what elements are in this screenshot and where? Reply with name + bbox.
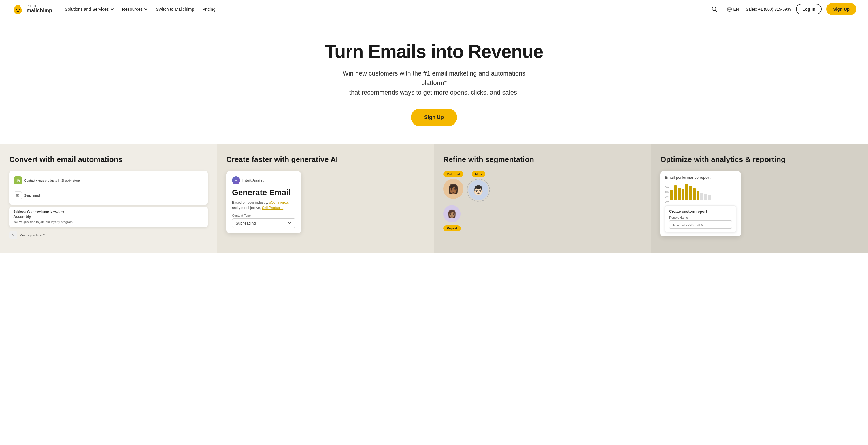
chart-bar bbox=[704, 194, 707, 200]
automation-flow-card: 🛍 Contact views products in Shopify stor… bbox=[9, 171, 208, 205]
feature-automations-title: Convert with email automations bbox=[9, 155, 208, 164]
logo-icon bbox=[11, 3, 24, 16]
content-type-select[interactable]: Subheading bbox=[232, 218, 296, 228]
seg-dashed-border: 👨🏻 bbox=[467, 179, 490, 202]
ai-card: ✦ Intuit Assist Generate Email Based on … bbox=[226, 171, 301, 233]
flow-node-email: ✉ Send email bbox=[14, 190, 203, 201]
nav-solutions[interactable]: Solutions and Services bbox=[61, 4, 118, 14]
feature-seg-title: Refine with segmentation bbox=[443, 155, 642, 164]
shopify-icon: 🛍 bbox=[14, 176, 22, 184]
analytics-card: Email performance report 50k 40k 30k 20k… bbox=[660, 171, 741, 236]
chart-bar bbox=[696, 191, 700, 200]
feature-ai-title: Create faster with generative AI bbox=[226, 155, 425, 164]
seg-repeat: 👩🏽 Repeat bbox=[443, 205, 642, 231]
nav-links: Solutions and Services Resources Switch … bbox=[61, 4, 709, 14]
chart-bar bbox=[700, 192, 703, 200]
feature-analytics: Optimize with analytics & reporting Emai… bbox=[651, 144, 868, 253]
chart-bar bbox=[693, 188, 696, 200]
chart-bar bbox=[685, 184, 688, 200]
feature-automations: Convert with email automations 🛍 Contact… bbox=[0, 144, 217, 253]
chart-bar bbox=[670, 190, 673, 200]
chart-area bbox=[670, 182, 711, 200]
hero-subtitle: Win new customers with the #1 email mark… bbox=[336, 68, 532, 97]
makes-purchase-node: ? Makes purchase? bbox=[9, 230, 208, 241]
ai-generate-title: Generate Email bbox=[232, 188, 296, 197]
ai-badge-label: Intuit Assist bbox=[242, 178, 264, 182]
language-button[interactable]: EN bbox=[724, 4, 741, 14]
email-heading: Assembly bbox=[13, 214, 204, 219]
custom-report-card: Create custom report Report Name bbox=[665, 206, 736, 232]
nav-resources[interactable]: Resources bbox=[119, 4, 152, 14]
ai-preview: ✦ Intuit Assist Generate Email Based on … bbox=[226, 171, 425, 233]
email-body: You've qualified to join our loyalty pro… bbox=[13, 220, 204, 224]
navbar: INTUIT mailchimp Solutions and Services … bbox=[0, 0, 868, 19]
analytics-report-title: Email performance report bbox=[665, 175, 736, 180]
chart-bar bbox=[708, 195, 711, 200]
content-type-label: Content Type bbox=[232, 214, 296, 217]
email-subject: Subject: Your new lamp is waiting bbox=[13, 210, 204, 213]
nav-switch[interactable]: Switch to Mailchimp bbox=[152, 4, 198, 14]
seg-preview: Potential 👩🏾 New 👨🏻 👩🏽 Repeat bbox=[443, 171, 642, 231]
signup-hero-button[interactable]: Sign Up bbox=[411, 109, 457, 126]
analytics-preview: Email performance report 50k 40k 30k 20k… bbox=[660, 171, 859, 236]
email-preview: Subject: Your new lamp is waiting Assemb… bbox=[9, 207, 208, 227]
chart-bar bbox=[689, 186, 692, 200]
report-name-label: Report Name bbox=[669, 216, 732, 219]
logo-link[interactable]: INTUIT mailchimp bbox=[11, 3, 52, 16]
globe-icon bbox=[727, 7, 732, 12]
seg-avatar-potential: Potential 👩🏾 bbox=[443, 171, 463, 202]
chevron-down-icon bbox=[110, 7, 114, 11]
seg-badge-repeat: Repeat bbox=[443, 226, 461, 231]
nav-right: EN Sales: +1 (800) 315-5939 Log In Sign … bbox=[709, 3, 857, 15]
custom-report-title: Create custom report bbox=[669, 209, 732, 213]
seg-badge-new: New bbox=[472, 171, 485, 177]
seg-avatar-new: New 👨🏻 bbox=[467, 171, 490, 202]
ai-description: Based on your industry, eCommerce, and y… bbox=[232, 200, 296, 210]
seg-avatar-photo-2: 👨🏻 bbox=[468, 180, 489, 200]
chart-wrapper: 50k 40k 30k 20k bbox=[665, 182, 736, 203]
features-section: Convert with email automations 🛍 Contact… bbox=[0, 144, 868, 253]
flow-node-shopify: 🛍 Contact views products in Shopify stor… bbox=[14, 175, 203, 186]
sales-number: Sales: +1 (800) 315-5939 bbox=[746, 7, 792, 11]
hero-title: Turn Emails into Revenue bbox=[6, 41, 862, 62]
chart-y-labels: 50k 40k 30k 20k bbox=[665, 186, 669, 203]
logo-text: INTUIT mailchimp bbox=[27, 5, 52, 13]
svg-point-7 bbox=[19, 6, 20, 7]
ai-header: ✦ Intuit Assist bbox=[232, 176, 296, 184]
chevron-down-icon bbox=[144, 7, 148, 11]
ai-assist-icon: ✦ bbox=[232, 176, 240, 184]
feature-ai: Create faster with generative AI ✦ Intui… bbox=[217, 144, 434, 253]
seg-badge-potential: Potential bbox=[443, 171, 463, 177]
purchase-icon: ? bbox=[9, 231, 17, 239]
seg-avatar-photo-3: 👩🏽 bbox=[443, 205, 461, 222]
ai-sell-link[interactable]: Sell Products. bbox=[262, 206, 283, 210]
chart-bar bbox=[678, 188, 681, 200]
email-flow-icon: ✉ bbox=[14, 191, 22, 200]
chevron-down-icon bbox=[288, 221, 292, 225]
chart-bar bbox=[682, 189, 684, 200]
hero-section: Turn Emails into Revenue Win new custome… bbox=[0, 19, 868, 144]
svg-point-6 bbox=[16, 7, 17, 7]
report-name-input[interactable] bbox=[669, 220, 732, 229]
svg-point-5 bbox=[19, 7, 21, 9]
feature-segmentation: Refine with segmentation Potential 👩🏾 Ne… bbox=[434, 144, 651, 253]
seg-avatar-photo-1: 👩🏾 bbox=[443, 179, 463, 199]
chart-bar bbox=[674, 185, 677, 200]
search-button[interactable] bbox=[709, 4, 720, 15]
ai-ecommerce-link[interactable]: eCommerce, bbox=[269, 201, 289, 205]
automation-preview: 🛍 Contact views products in Shopify stor… bbox=[9, 171, 208, 241]
nav-pricing[interactable]: Pricing bbox=[199, 4, 219, 14]
seg-container: Potential 👩🏾 New 👨🏻 bbox=[443, 171, 642, 202]
search-icon bbox=[711, 6, 718, 12]
signup-nav-button[interactable]: Sign Up bbox=[826, 3, 857, 15]
login-button[interactable]: Log In bbox=[796, 4, 822, 14]
feature-analytics-title: Optimize with analytics & reporting bbox=[660, 155, 859, 164]
